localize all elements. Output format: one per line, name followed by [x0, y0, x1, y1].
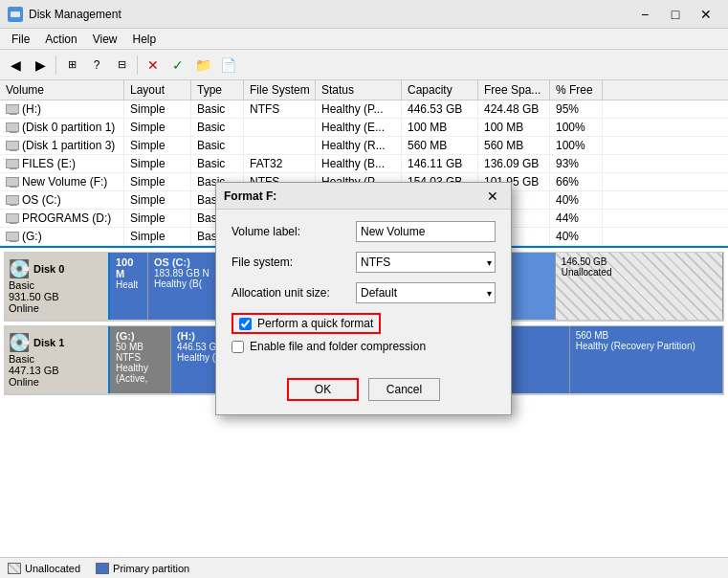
- compress-row: Enable file and folder compression: [232, 340, 496, 353]
- allocation-text: Allocation unit size:: [232, 286, 356, 300]
- ok-button[interactable]: OK: [287, 378, 359, 401]
- checkboxes-area: Perform a quick format Enable file and f…: [232, 313, 496, 353]
- allocation-row: Allocation unit size: Default 512 1024 2…: [232, 282, 496, 303]
- volume-label-row: Volume label:: [232, 221, 496, 242]
- file-system-control: NTFS FAT32 exFAT: [356, 252, 496, 273]
- allocation-control: Default 512 1024 2048 4096: [356, 282, 496, 303]
- cancel-button[interactable]: Cancel: [368, 378, 440, 401]
- dialog-buttons: OK Cancel: [216, 370, 511, 414]
- dialog-title: Format F:: [224, 189, 276, 203]
- compress-checkbox[interactable]: [232, 341, 244, 353]
- file-system-select[interactable]: NTFS FAT32 exFAT: [356, 252, 496, 273]
- dialog-body: Volume label: File system: NTFS FAT32 ex…: [216, 210, 511, 370]
- volume-label-input[interactable]: [356, 221, 496, 242]
- file-system-row: File system: NTFS FAT32 exFAT: [232, 252, 496, 273]
- volume-label-control: [356, 221, 496, 242]
- file-system-text: File system:: [232, 256, 356, 269]
- quick-format-label: Perform a quick format: [257, 317, 373, 330]
- allocation-select[interactable]: Default 512 1024 2048 4096: [356, 282, 496, 303]
- modal-overlay: Format F: ✕ Volume label: File system: N…: [0, 0, 728, 578]
- quick-format-checkbox[interactable]: [239, 318, 252, 330]
- dialog-title-bar: Format F: ✕: [216, 183, 511, 210]
- dialog-close-button[interactable]: ✕: [482, 187, 503, 206]
- compress-label: Enable file and folder compression: [250, 340, 426, 353]
- format-dialog: Format F: ✕ Volume label: File system: N…: [215, 182, 512, 415]
- volume-label-text: Volume label:: [232, 225, 356, 238]
- quick-format-wrapper: Perform a quick format: [232, 313, 381, 334]
